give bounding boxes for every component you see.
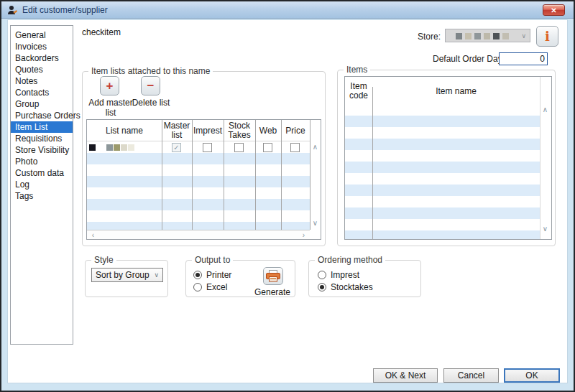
scroll-down-button[interactable]: ∨: [310, 219, 321, 228]
excel-radio[interactable]: [193, 283, 202, 291]
redacted-block: [89, 144, 96, 151]
redacted-block: [456, 33, 462, 39]
column-header-stock-takes[interactable]: Stock Takes: [225, 120, 254, 141]
sidebar-item-invoices[interactable]: Invoices: [11, 41, 73, 52]
column-header-master-list[interactable]: Master list: [161, 120, 193, 141]
scroll-right-button[interactable]: ›: [298, 231, 309, 240]
web-checkbox[interactable]: ✓: [263, 143, 272, 152]
ok-next-button[interactable]: OK & Next: [373, 368, 438, 383]
column-divider: [224, 120, 224, 230]
ok-button-label: OK: [525, 370, 538, 381]
items-group-title: Items: [344, 65, 370, 75]
sidebar-item-requisitions[interactable]: Requisitions: [11, 133, 73, 144]
column-header-price[interactable]: Price: [281, 120, 310, 141]
column-header-imprest[interactable]: Imprest: [189, 120, 226, 141]
sidebar-item-backorders[interactable]: Backorders: [11, 52, 73, 64]
column-header-web[interactable]: Web: [254, 120, 282, 141]
printer-radio-label[interactable]: Printer: [206, 270, 231, 280]
style-select[interactable]: Sort by Group ∨: [91, 268, 163, 282]
scroll-down-button[interactable]: ∨: [540, 225, 551, 233]
chevron-up-icon: ∧: [543, 106, 548, 113]
column-header-item-name[interactable]: Item name: [372, 77, 540, 106]
stocktakes-radio-label[interactable]: Stocktakes: [331, 282, 373, 292]
output-group: Output to Printer Excel Generate: [185, 260, 295, 297]
app-icon: [6, 4, 18, 16]
imprest-radio-label[interactable]: Imprest: [331, 270, 359, 280]
sidebar-item-notes[interactable]: Notes: [11, 75, 73, 87]
item-lists-group: Item lists attached to this name + Add m…: [82, 71, 326, 246]
title-bar: Edit customer/supplier ✕: [1, 1, 574, 19]
scroll-left-button[interactable]: ‹: [88, 231, 98, 240]
redacted-block: [465, 33, 472, 39]
items-table: Item code Item name ∧ ∨: [344, 76, 552, 240]
sidebar-item-custom-data[interactable]: Custom data: [11, 167, 73, 179]
default-order-days-input[interactable]: [499, 52, 548, 65]
column-header-item-code[interactable]: Item code: [346, 77, 372, 106]
stocktakes-radio[interactable]: [318, 283, 326, 291]
scrollbar-divider: [540, 77, 540, 239]
sidebar-item-quotes[interactable]: Quotes: [11, 64, 73, 75]
redacted-block: [114, 144, 120, 151]
sidebar: General Invoices Backorders Quotes Notes…: [10, 25, 73, 345]
delete-list-label: Delete list: [122, 98, 180, 108]
column-divider: [281, 120, 282, 230]
redacted-block: [493, 33, 500, 39]
column-divider: [162, 120, 162, 230]
item-lists-group-title: Item lists attached to this name: [88, 66, 213, 76]
chevron-down-icon: ∨: [154, 271, 159, 279]
redacted-block: [128, 144, 134, 151]
imprest-checkbox[interactable]: ✓: [203, 143, 212, 152]
sidebar-item-item-list[interactable]: Item List: [11, 121, 73, 133]
delete-list-button[interactable]: −: [141, 76, 160, 95]
sidebar-item-group[interactable]: Group: [11, 98, 73, 110]
output-group-title: Output to: [192, 255, 233, 265]
style-group-title: Style: [91, 255, 116, 265]
ordering-method-group-title: Ordering method: [315, 255, 385, 265]
horizontal-scrollbar[interactable]: ‹ ›: [87, 230, 310, 239]
window-title: Edit customer/supplier: [22, 5, 108, 15]
chevron-down-icon: ∨: [313, 219, 318, 227]
close-button[interactable]: ✕: [543, 4, 565, 16]
style-group: Style Sort by Group ∨: [85, 260, 168, 297]
plus-icon: +: [106, 80, 114, 92]
cancel-button-label: Cancel: [458, 370, 484, 381]
sidebar-item-contacts[interactable]: Contacts: [11, 87, 73, 98]
scroll-up-button[interactable]: ∧: [540, 106, 551, 114]
column-header-list-name[interactable]: List name: [103, 120, 146, 141]
sidebar-item-store-visibility[interactable]: Store Visibility: [11, 144, 73, 156]
sidebar-item-photo[interactable]: Photo: [11, 156, 73, 167]
sidebar-item-general[interactable]: General: [11, 29, 73, 41]
redacted-block: [502, 33, 509, 39]
close-icon: ✕: [551, 6, 556, 14]
master-list-checkbox[interactable]: ✓: [172, 143, 181, 152]
sidebar-item-tags[interactable]: Tags: [11, 190, 73, 202]
cancel-button[interactable]: Cancel: [443, 368, 499, 383]
generate-button[interactable]: [263, 267, 283, 285]
chevron-left-icon: ‹: [92, 231, 94, 239]
info-button[interactable]: i: [536, 26, 558, 47]
table-rows-stripes: [345, 104, 540, 239]
sidebar-item-log[interactable]: Log: [11, 179, 73, 190]
minus-icon: −: [147, 80, 155, 92]
item-lists-table: List name Master list Imprest Stock Take…: [86, 119, 321, 240]
store-label: Store:: [400, 32, 441, 42]
items-group: Items Item code Item name ∧ ∨: [337, 70, 556, 246]
dialog-window: Edit customer/supplier ✕ General Invoice…: [0, 0, 575, 392]
redacted-block: [106, 144, 113, 151]
customer-name-label: checkitem: [82, 27, 121, 37]
dialog-body: General Invoices Backorders Quotes Notes…: [7, 19, 568, 383]
price-checkbox[interactable]: ✓: [290, 143, 300, 152]
table-rows-stripes: [87, 141, 310, 230]
stock-takes-checkbox[interactable]: ✓: [234, 143, 244, 152]
chevron-right-icon: ›: [303, 231, 305, 239]
ordering-method-group: Ordering method Imprest Stocktakes: [308, 260, 421, 297]
sidebar-item-purchase-orders[interactable]: Purchase Orders: [11, 110, 73, 121]
printer-radio[interactable]: [193, 271, 202, 279]
ok-button[interactable]: OK: [504, 368, 560, 383]
imprest-radio[interactable]: [318, 271, 326, 279]
add-master-list-button[interactable]: +: [100, 76, 119, 95]
store-select[interactable]: ∨: [445, 29, 530, 42]
scroll-up-button[interactable]: ∧: [310, 143, 321, 151]
excel-radio-label[interactable]: Excel: [206, 282, 227, 292]
info-icon: i: [545, 30, 550, 43]
